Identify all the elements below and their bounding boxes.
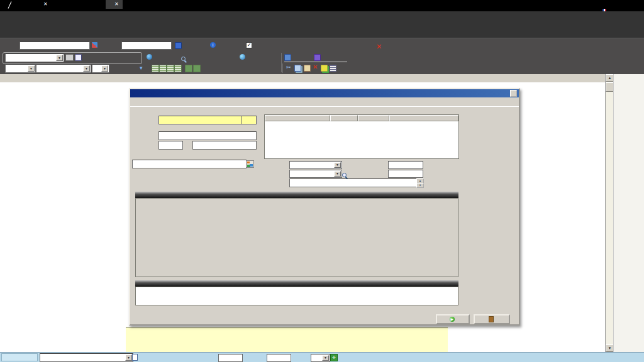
vendeur-title — [264, 108, 267, 114]
font-select[interactable]: ▼ — [36, 64, 91, 73]
expand-icon[interactable]: ✛ — [330, 354, 338, 361]
chevron-down-icon[interactable]: ▼ — [125, 354, 132, 361]
chevron-down-icon[interactable]: ▼ — [28, 65, 35, 72]
notaire-input[interactable] — [132, 160, 247, 168]
preview-icon[interactable] — [75, 54, 82, 61]
cut-icon[interactable]: ✂ — [286, 64, 291, 70]
statistics-icon — [147, 54, 152, 60]
toolbar: i ✓ ▼ ✕ ▼ ▼ ▼ ▾ — [0, 38, 644, 75]
style-select[interactable]: ▼ — [5, 64, 36, 73]
monnaie-select[interactable]: ▼ — [311, 354, 330, 362]
information-icon: i — [210, 42, 216, 48]
restore-button[interactable] — [625, 2, 631, 8]
detail-lots-checkbox[interactable]: ✓ — [246, 42, 252, 48]
paste-icon[interactable] — [304, 65, 311, 72]
auteur-input[interactable] — [19, 41, 90, 50]
chevron-down-icon[interactable]: ▼ — [101, 65, 108, 72]
title-bar: ✕ ✕ — [0, 0, 644, 11]
ok-button[interactable]: ▶ — [436, 314, 470, 324]
font-color-button[interactable]: ▾ — [140, 64, 143, 72]
operation-input[interactable] — [158, 116, 243, 124]
font-size-select[interactable]: ▼ — [92, 64, 109, 73]
ribbon-menu — [0, 11, 644, 38]
indent-decrease-button[interactable] — [185, 65, 192, 72]
tab-operation-mulhouse[interactable]: ✕ — [106, 0, 123, 9]
financement-panel — [135, 198, 458, 277]
chevron-down-icon[interactable]: ▼ — [334, 162, 341, 168]
copy-icon[interactable] — [294, 65, 301, 72]
bilan-input[interactable] — [121, 41, 172, 50]
vertical-scrollbar[interactable]: ▲ ▼ — [605, 74, 614, 352]
application-window: ✕ ✕ i ✓ ▼ — [0, 0, 644, 362]
comptes-associes-list[interactable] — [135, 287, 458, 305]
produit-input[interactable] — [289, 178, 419, 187]
documents-icon — [132, 354, 138, 361]
shortcut-panel — [613, 74, 644, 352]
print-template-select[interactable]: ▼ — [5, 53, 64, 62]
door-icon — [489, 316, 494, 322]
operation-number-input[interactable] — [242, 116, 257, 124]
dialog-title — [130, 89, 519, 97]
variables-icon — [181, 57, 187, 63]
align-left-button[interactable] — [152, 65, 159, 72]
divider — [281, 53, 282, 72]
indent-increase-button[interactable] — [193, 65, 201, 72]
sous-total-icon — [284, 54, 291, 61]
maj-input[interactable] — [267, 354, 291, 362]
chevron-down-icon[interactable]: ▼ — [322, 355, 329, 361]
total-marge-icon — [314, 54, 321, 61]
dialog-body: ▼ ▼ ▲ ▼ ▶ — [130, 106, 519, 325]
delete-icon[interactable]: ✕ — [313, 63, 318, 70]
table-header — [0, 74, 605, 82]
operation-type-select[interactable]: ▼ — [289, 161, 342, 169]
comptes-section-header — [135, 280, 458, 287]
operateur-select[interactable]: ▼ — [289, 170, 342, 178]
dialog-tabs — [131, 98, 519, 107]
status-bar: ▼ ▼ ✛ — [0, 352, 644, 362]
close-app-icon[interactable]: ✕ — [376, 43, 382, 51]
dialog-close-icon[interactable] — [510, 90, 517, 97]
adresse-input[interactable] — [158, 131, 257, 140]
close-button[interactable] — [633, 2, 640, 8]
empty-col-header — [389, 115, 458, 121]
align-center-button[interactable] — [159, 65, 167, 72]
chevron-down-icon[interactable]: ▼ — [334, 171, 341, 177]
save-icon — [175, 42, 182, 49]
divider — [284, 62, 347, 62]
tel-col-header — [330, 115, 358, 121]
status-select[interactable]: ▼ — [40, 353, 133, 362]
livraison-input[interactable] — [388, 161, 423, 169]
spinner-down-icon[interactable]: ▼ — [416, 183, 424, 188]
chevron-down-icon[interactable]: ▼ — [83, 65, 90, 72]
annuler-button[interactable] — [474, 314, 510, 324]
notaire-lookup-icon[interactable] — [246, 160, 254, 168]
add-row-icon[interactable] — [321, 65, 328, 72]
chevron-down-icon[interactable]: ▼ — [56, 55, 63, 61]
tab-close-icon[interactable]: ✕ — [43, 1, 48, 7]
code-postal-input[interactable] — [158, 141, 183, 150]
tab-close-icon[interactable]: ✕ — [114, 1, 119, 7]
line-indicator — [1, 353, 38, 361]
align-justify-button[interactable] — [174, 65, 182, 72]
nb-lot-input[interactable] — [388, 170, 423, 178]
fax-col-header — [358, 115, 389, 121]
author-lookup-icon[interactable] — [92, 42, 97, 48]
creation-date-input[interactable] — [218, 354, 243, 362]
print-icon[interactable] — [65, 54, 74, 61]
financement-section-header — [135, 192, 458, 198]
ok-icon: ▶ — [450, 317, 455, 322]
ville-input[interactable] — [192, 141, 257, 150]
vendeur-table[interactable] — [264, 114, 459, 159]
detail-dialog: ▼ ▼ ▲ ▼ ▶ — [129, 88, 520, 326]
minimize-button[interactable] — [616, 2, 623, 8]
tab-bureau-actif[interactable]: ✕ — [35, 0, 52, 9]
vendeur-col-header — [265, 115, 330, 121]
list-icon[interactable] — [330, 65, 336, 72]
divider — [282, 63, 283, 73]
budget-sheet — [126, 327, 448, 353]
key-figures-icon — [240, 54, 245, 60]
align-right-button[interactable] — [167, 65, 174, 72]
